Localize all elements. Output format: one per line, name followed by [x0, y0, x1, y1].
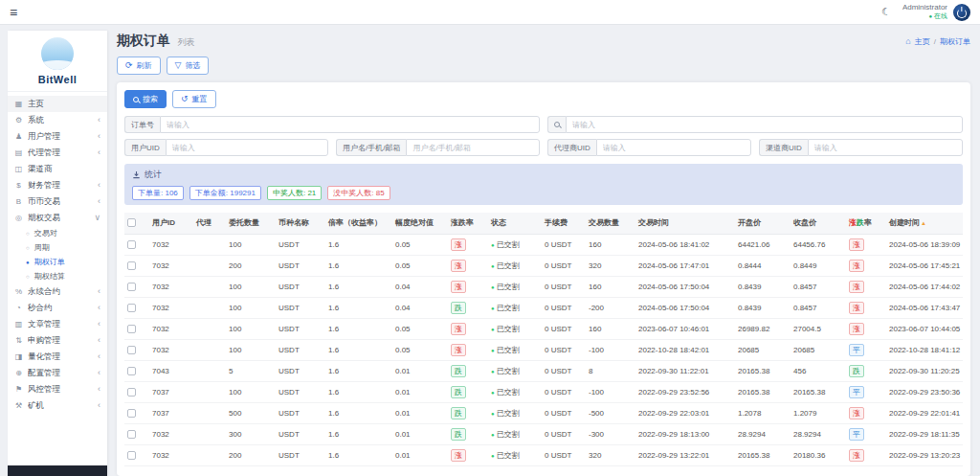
sidebar-item[interactable]: ⇅申购管理‹ — [8, 332, 107, 349]
cell-direction: 涨 — [448, 234, 488, 255]
avatar[interactable] — [953, 4, 970, 21]
row-checkbox[interactable] — [127, 325, 136, 333]
sidebar-item[interactable]: ⊕配置管理‹ — [8, 365, 107, 381]
cell-agent — [193, 444, 226, 465]
breadcrumb-home[interactable]: 主页 — [915, 36, 930, 47]
stat-badge: 中奖人数: 21 — [267, 186, 322, 200]
page-title: 期权订单 — [117, 33, 170, 48]
breadcrumb-current[interactable]: 期权订单 — [940, 36, 970, 47]
user-uid-input[interactable] — [166, 139, 328, 156]
sidebar-item[interactable]: B币币交易‹ — [8, 193, 107, 210]
sidebar-item-label: 系统 — [28, 115, 93, 126]
row-checkbox[interactable] — [127, 240, 136, 249]
cell-created: 2022-09-29 22:01:41 — [886, 402, 963, 423]
filter-button[interactable]: ▽ 筛选 — [167, 57, 210, 75]
row-checkbox[interactable] — [127, 430, 136, 439]
cell-result: 涨 — [846, 276, 886, 297]
status-badge: 已交割 — [497, 325, 520, 333]
sidebar-item[interactable]: %永续合约‹ — [8, 283, 107, 300]
row-checkbox[interactable] — [127, 304, 136, 312]
status-badge: 已交割 — [497, 367, 520, 375]
order-no-input[interactable] — [160, 116, 540, 133]
cell-agent — [193, 423, 226, 444]
sort-asc-icon[interactable]: ▲ — [921, 220, 926, 226]
cell-status: ●已交割 — [488, 276, 542, 297]
sidebar-item[interactable]: ▥文章管理‹ — [8, 316, 107, 332]
username-input[interactable] — [406, 139, 540, 156]
active-dot-icon: ● — [26, 260, 30, 265]
reset-button[interactable]: ↺ 重置 — [172, 90, 216, 108]
sidebar-item[interactable]: ⚙系统‹ — [8, 112, 107, 128]
stat-badge: 没中奖人数: 85 — [327, 186, 390, 200]
channel-icon: ◫ — [14, 165, 23, 173]
breadcrumb: ⌂ 主页 / 期权订单 — [905, 36, 970, 47]
dot-icon: ○ — [26, 231, 30, 237]
cell-amount: 100 — [226, 318, 276, 339]
filter-row-1: 订单号 — [124, 116, 963, 133]
search-button[interactable]: 搜索 — [124, 90, 167, 108]
channel-uid-input[interactable] — [808, 139, 963, 156]
cell-qty: 8 — [586, 360, 635, 381]
cell-status: ●已交割 — [488, 318, 542, 339]
cell-fee: 0 USDT — [542, 276, 586, 297]
cell-coin: USDT — [276, 465, 325, 468]
row-checkbox[interactable] — [127, 346, 136, 354]
user-menu[interactable]: Administrator ● 在线 — [902, 3, 970, 21]
keyword-prefix — [547, 116, 566, 133]
status-badge: 已交割 — [497, 346, 520, 354]
cell-created: 2022-09-29 18:11:35 — [886, 423, 963, 444]
cell-coin: USDT — [276, 423, 325, 444]
sidebar-subitem[interactable]: ○交易对 — [8, 226, 107, 240]
cell-rate: 1.6 — [325, 423, 392, 444]
sidebar-item[interactable]: ▤代理管理‹ — [8, 145, 107, 161]
sidebar-item[interactable]: ⚒矿机‹ — [8, 397, 107, 414]
cell-range: 0.01 — [392, 402, 448, 423]
sidebar-item[interactable]: ◔秒合约‹ — [8, 300, 107, 316]
sidebar-item[interactable]: ▦主页 — [8, 96, 107, 112]
sidebar-subitem[interactable]: ○周期 — [8, 240, 107, 255]
sidebar-item[interactable]: ◎期权交易∨ — [8, 210, 107, 226]
sidebar-item[interactable]: ◫渠道商 — [8, 161, 107, 177]
sidebar-subitem[interactable]: ○期权结算 — [8, 269, 107, 283]
status-dot-icon: ● — [491, 453, 495, 459]
cell-amount: 500 — [226, 402, 276, 423]
sidebar-subitem[interactable]: ●期权订单 — [8, 255, 107, 269]
select-all-checkbox[interactable] — [127, 218, 136, 227]
row-checkbox[interactable] — [127, 388, 136, 397]
sidebar-item[interactable]: ♟用户管理‹ — [8, 128, 107, 145]
dark-mode-icon[interactable]: ☾ — [881, 6, 891, 18]
row-checkbox[interactable] — [127, 367, 136, 375]
agent-uid-input[interactable] — [596, 139, 751, 156]
row-checkbox[interactable] — [127, 261, 136, 270]
chevron-down-icon: ∨ — [94, 214, 100, 222]
sidebar-item[interactable]: ⚑风控管理‹ — [8, 381, 107, 397]
sidebar-item[interactable]: $财务管理‹ — [8, 177, 107, 193]
cell-fee: 0 USDT — [542, 465, 586, 468]
direction-chip: 跌 — [451, 407, 466, 419]
keyword-input[interactable] — [566, 116, 963, 133]
cell-trade_time: 2022-09-30 11:22:01 — [635, 360, 735, 381]
stat-badge: 下单金额: 199291 — [189, 186, 261, 200]
table-row: 7037500USDT1.60.01跌●已交割0 USDT-5002022-09… — [124, 402, 963, 423]
cell-rate: 1.6 — [325, 381, 392, 402]
cell-select — [124, 465, 149, 468]
cell-close: 456 — [791, 360, 846, 381]
cell-agent — [193, 234, 226, 255]
cell-direction: 涨 — [448, 339, 488, 360]
row-checkbox[interactable] — [127, 409, 136, 418]
dot-icon: ○ — [26, 245, 30, 251]
cell-fee: 0 USDT — [542, 423, 586, 444]
cell-range: 0.01 — [392, 423, 448, 444]
chevron-left-icon: ‹ — [98, 116, 100, 125]
status-badge: 已交割 — [497, 261, 520, 270]
sidebar-subitem-label: 交易对 — [34, 228, 57, 238]
sidebar-item[interactable]: ◨量化管理‹ — [8, 349, 107, 365]
row-checkbox[interactable] — [127, 283, 136, 291]
refresh-button[interactable]: ⟳ 刷新 — [117, 57, 161, 75]
result-chip: 跌 — [849, 365, 864, 377]
hamburger-menu-icon[interactable]: ≡ — [10, 6, 17, 19]
main-content: 期权订单 列表 ⌂ 主页 / 期权订单 ⟳ 刷新 ▽ 筛选 — [107, 25, 980, 476]
row-checkbox[interactable] — [127, 451, 136, 460]
cell-open: 20165.38 — [735, 360, 791, 381]
filter-row-2: 用户UID 用户名/手机/邮箱 代理商UID 渠道商UID — [124, 139, 963, 156]
